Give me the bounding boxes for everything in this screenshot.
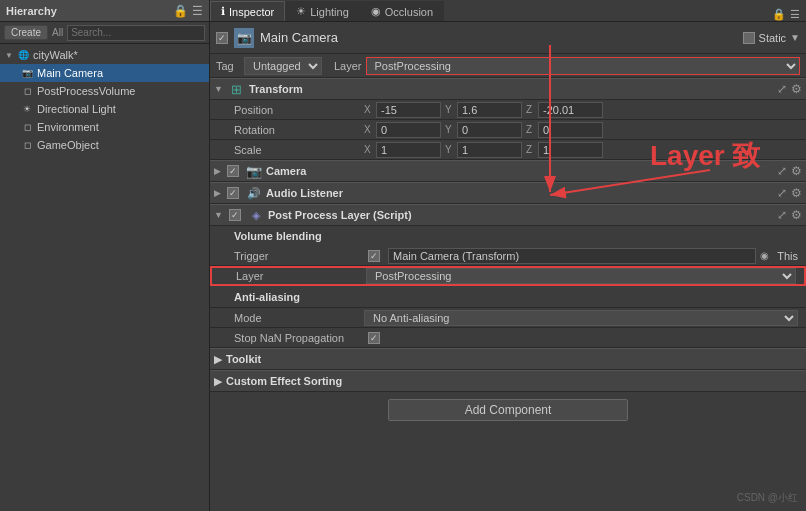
postprocess-maximize-icon[interactable]: ⤢ (777, 208, 787, 222)
hierarchy-title: Hierarchy (6, 5, 57, 17)
object-icon: 📷 (234, 28, 254, 48)
camera-maximize-icon[interactable]: ⤢ (777, 164, 787, 178)
tree-gameobject[interactable]: ◻ GameObject (0, 136, 209, 154)
hierarchy-search[interactable] (67, 25, 205, 41)
lighting-tab-icon: ☀ (296, 5, 306, 18)
position-z-input[interactable] (538, 102, 603, 118)
tab-occlusion[interactable]: ◉ Occlusion (360, 1, 444, 21)
scene-icon: 🌐 (16, 48, 30, 62)
position-x-input[interactable] (376, 102, 441, 118)
scale-x-input[interactable] (376, 142, 441, 158)
toolkit-section[interactable]: ▶ Toolkit (210, 348, 806, 370)
nan-label: Stop NaN Propagation (234, 332, 364, 344)
rotation-label: Rotation (234, 124, 364, 136)
scale-y-field: Y (445, 142, 522, 158)
static-checkbox[interactable] (743, 32, 755, 44)
toolkit-title: Toolkit (226, 353, 802, 365)
audio-settings-icon[interactable]: ⚙ (791, 186, 802, 200)
gameobject-label: GameObject (37, 139, 99, 151)
postprocess-active[interactable]: ✓ (229, 209, 241, 221)
object-name[interactable]: Main Camera (260, 30, 737, 45)
layer-postprocess-dropdown[interactable]: PostProcessing (366, 268, 796, 284)
layer-row-postprocess: Layer PostProcessing (210, 266, 806, 286)
audio-comp-icon: 🔊 (246, 185, 262, 201)
custom-effect-section[interactable]: ▶ Custom Effect Sorting (210, 370, 806, 392)
x-axis-label: X (364, 104, 374, 115)
active-toggle[interactable]: ✓ (216, 32, 228, 44)
volume-icon: ◻ (20, 84, 34, 98)
tree-postprocess-volume[interactable]: ◻ PostProcessVolume (0, 82, 209, 100)
inspector-menu-icon: ☰ (790, 8, 800, 21)
rotation-z-field: Z (526, 122, 603, 138)
camera-icon: 📷 (20, 66, 34, 80)
postprocess-settings-icon[interactable]: ⚙ (791, 208, 802, 222)
audio-arrow: ▶ (214, 188, 221, 198)
antialiasing-title: Anti-aliasing (234, 291, 300, 303)
root-label: cityWalk* (33, 49, 78, 61)
object-header: ✓ 📷 Main Camera Static ▼ (210, 22, 806, 54)
transform-arrow: ▼ (214, 84, 223, 94)
trigger-checkbox-custom[interactable]: ✓ (368, 250, 380, 262)
directional-light-label: Directional Light (37, 103, 116, 115)
hierarchy-header-icons: 🔒 ☰ (173, 4, 203, 18)
postprocess-actions: ⤢ ⚙ (777, 208, 802, 222)
scale-y-input[interactable] (457, 142, 522, 158)
create-button[interactable]: Create (4, 25, 48, 40)
camera-header[interactable]: ▶ ✓ 📷 Camera ⤢ ⚙ (210, 160, 806, 182)
tree-directional-light[interactable]: ☀ Directional Light (0, 100, 209, 118)
tree-main-camera[interactable]: 📷 Main Camera (0, 64, 209, 82)
camera-active[interactable]: ✓ (227, 165, 239, 177)
tag-dropdown[interactable]: Untagged (244, 57, 322, 75)
scale-label: Scale (234, 144, 364, 156)
layer-dropdown-header[interactable]: PostProcessing (366, 57, 800, 75)
audio-active[interactable]: ✓ (227, 187, 239, 199)
environment-icon: ◻ (20, 120, 34, 134)
transform-content: Position X Y Z (210, 100, 806, 160)
mode-row: Mode No Anti-aliasing (210, 308, 806, 328)
audio-actions: ⤢ ⚙ (777, 186, 802, 200)
main-camera-label: Main Camera (37, 67, 103, 79)
environment-label: Environment (37, 121, 99, 133)
position-z-field: Z (526, 102, 603, 118)
camera-arrow: ▶ (214, 166, 221, 176)
rx-axis-label: X (364, 124, 374, 135)
tree-environment[interactable]: ◻ Environment (0, 118, 209, 136)
volume-blending-text: Volume blending (234, 230, 322, 242)
tree-root[interactable]: ▼ 🌐 cityWalk* (0, 46, 209, 64)
rotation-z-input[interactable] (538, 122, 603, 138)
trigger-value-input[interactable] (388, 248, 756, 264)
nan-checkbox[interactable]: ✓ (368, 332, 380, 344)
rotation-y-input[interactable] (457, 122, 522, 138)
position-y-input[interactable] (457, 102, 522, 118)
inspector-header-actions: 🔒 ☰ (772, 8, 806, 21)
occlusion-tab-label: Occlusion (385, 6, 433, 18)
camera-settings-icon[interactable]: ⚙ (791, 164, 802, 178)
transform-maximize-icon[interactable]: ⤢ (777, 82, 787, 96)
transform-settings-icon[interactable]: ⚙ (791, 82, 802, 96)
sy-axis-label: Y (445, 144, 455, 155)
ry-axis-label: Y (445, 124, 455, 135)
static-row: Static ▼ (743, 32, 800, 44)
transform-icon: ⊞ (229, 81, 245, 97)
add-component-button[interactable]: Add Component (388, 399, 628, 421)
lock-icon: 🔒 (173, 4, 188, 18)
audio-maximize-icon[interactable]: ⤢ (777, 186, 787, 200)
audio-header[interactable]: ▶ ✓ 🔊 Audio Listener ⤢ ⚙ (210, 182, 806, 204)
scale-z-input[interactable] (538, 142, 603, 158)
lock-inspector-icon: 🔒 (772, 8, 786, 21)
tag-layer-row: Tag Untagged Layer PostProcessing (210, 54, 806, 78)
static-label: Static (759, 32, 787, 44)
position-row: Position X Y Z (210, 100, 806, 120)
menu-icon: ☰ (192, 4, 203, 18)
postprocess-header[interactable]: ▼ ✓ ◈ Post Process Layer (Script) ⤢ ⚙ (210, 204, 806, 226)
rotation-values: X Y Z (364, 122, 798, 138)
rz-axis-label: Z (526, 124, 536, 135)
tab-inspector[interactable]: ℹ Inspector (210, 1, 285, 21)
mode-dropdown[interactable]: No Anti-aliasing (364, 310, 798, 326)
custom-title: Custom Effect Sorting (226, 375, 802, 387)
tab-lighting[interactable]: ☀ Lighting (285, 1, 360, 21)
scale-row: Scale X Y Z (210, 140, 806, 160)
rotation-x-input[interactable] (376, 122, 441, 138)
static-dropdown-arrow[interactable]: ▼ (790, 32, 800, 43)
transform-header[interactable]: ▼ ⊞ Transform ⤢ ⚙ (210, 78, 806, 100)
